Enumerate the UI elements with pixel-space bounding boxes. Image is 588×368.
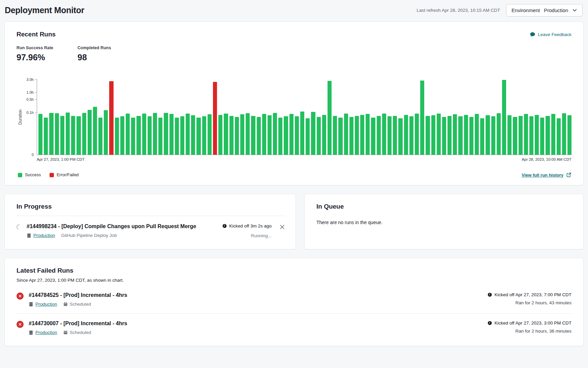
chart-bar-success[interactable] <box>180 116 184 155</box>
chart-bar-success[interactable] <box>196 118 200 155</box>
chart-bar-success[interactable] <box>71 116 75 155</box>
chart-bar-success[interactable] <box>82 113 86 155</box>
chart-bar-success[interactable] <box>306 118 310 155</box>
chart-bar-success[interactable] <box>551 114 555 155</box>
chart-bar-success[interactable] <box>557 118 561 155</box>
environment-link[interactable]: Production <box>35 302 57 307</box>
leave-feedback-link[interactable]: Leave Feedback <box>530 32 571 37</box>
chart-bar-success[interactable] <box>142 114 146 155</box>
chart-bar-success[interactable] <box>393 116 397 155</box>
chart-bar-failed[interactable] <box>109 81 113 155</box>
chart-bar-success[interactable] <box>535 115 539 155</box>
chart-bar-success[interactable] <box>491 116 495 155</box>
chart-bar-success[interactable] <box>169 114 174 155</box>
chart-bar-success[interactable] <box>486 115 490 155</box>
chart-bar-success[interactable] <box>311 112 315 155</box>
chart-bar-success[interactable] <box>349 117 353 155</box>
chart-bar-success[interactable] <box>464 115 468 155</box>
chart-bar-success[interactable] <box>115 118 119 155</box>
chart-bar-success[interactable] <box>546 116 550 155</box>
chart-bar-success[interactable] <box>377 116 381 155</box>
chart-bar-success[interactable] <box>202 116 206 155</box>
chart-bar-success[interactable] <box>262 114 266 155</box>
chart-bar-success[interactable] <box>519 116 523 155</box>
chart-bar-success[interactable] <box>344 114 348 155</box>
chart-bar-success[interactable] <box>540 118 544 155</box>
chart-bar-success[interactable] <box>480 118 484 155</box>
chart-bar-success[interactable] <box>55 113 59 155</box>
chart-bar-success[interactable] <box>246 113 250 155</box>
chart-bar-success[interactable] <box>338 118 342 155</box>
chart-bar-success[interactable] <box>388 116 392 155</box>
view-full-run-history-link[interactable]: View full run history <box>522 172 571 178</box>
chart-bar-success[interactable] <box>44 118 48 155</box>
chart-bar-success[interactable] <box>562 113 566 155</box>
chart-bar-success[interactable] <box>153 113 157 155</box>
chart-bar-success[interactable] <box>240 114 244 155</box>
chart-bar-success[interactable] <box>355 116 359 155</box>
chart-bar-success[interactable] <box>131 118 135 155</box>
chart-bar-success[interactable] <box>437 114 441 155</box>
chart-bar-success[interactable] <box>453 114 457 155</box>
chart-bar-success[interactable] <box>382 114 386 155</box>
chart-bar-success[interactable] <box>136 116 141 155</box>
chart-bar-success[interactable] <box>224 114 228 155</box>
chart-bar-success[interactable] <box>76 116 81 155</box>
chart-bar-success[interactable] <box>426 116 430 155</box>
chart-bar-success[interactable] <box>104 110 108 155</box>
chart-bar-success[interactable] <box>268 115 272 155</box>
chart-bar-success[interactable] <box>431 115 435 155</box>
chart-bar-success[interactable] <box>289 114 293 155</box>
chart-bar-success[interactable] <box>447 116 452 155</box>
chart-bar-success[interactable] <box>66 113 70 155</box>
chart-bar-success[interactable] <box>208 114 212 155</box>
chart-bar-success[interactable] <box>360 115 364 155</box>
chart-bar-success[interactable] <box>251 116 255 155</box>
chart-bar-success[interactable] <box>229 116 234 155</box>
chart-bar-success[interactable] <box>49 113 53 155</box>
environment-link[interactable]: Production <box>33 233 55 238</box>
chart-bar-success[interactable] <box>497 113 501 155</box>
chart-bar-success[interactable] <box>502 80 506 155</box>
environment-dropdown[interactable]: Environment Production <box>506 4 583 17</box>
chart-bar-success[interactable] <box>567 115 571 155</box>
chart-bar-success[interactable] <box>415 114 419 155</box>
chart-bar-success[interactable] <box>88 110 92 155</box>
chart-bar-success[interactable] <box>371 118 375 155</box>
chart-bar-success[interactable] <box>295 116 299 155</box>
chart-bar-success[interactable] <box>366 114 370 155</box>
chart-bar-failed[interactable] <box>213 82 217 155</box>
chart-bar-success[interactable] <box>442 117 446 155</box>
chart-bar-success[interactable] <box>513 117 517 155</box>
chart-bar-success[interactable] <box>273 113 277 155</box>
chart-bar-success[interactable] <box>404 115 408 155</box>
chart-bar-success[interactable] <box>529 116 533 155</box>
chart-bar-success[interactable] <box>524 114 528 155</box>
chart-bar-success[interactable] <box>284 116 288 155</box>
chart-bar-success[interactable] <box>158 118 162 155</box>
chart-bar-success[interactable] <box>507 115 512 155</box>
chart-bar-success[interactable] <box>218 115 222 155</box>
chart-bar-success[interactable] <box>328 81 332 155</box>
chart-bar-success[interactable] <box>469 117 473 155</box>
environment-link[interactable]: Production <box>35 330 57 335</box>
close-icon[interactable] <box>279 224 285 232</box>
chart-bar-success[interactable] <box>317 117 321 155</box>
chart-bar-success[interactable] <box>164 113 168 155</box>
chart-bar-success[interactable] <box>186 114 190 155</box>
chart-bar-success[interactable] <box>126 114 130 155</box>
chart-bar-success[interactable] <box>93 107 97 155</box>
chart-bar-success[interactable] <box>60 116 64 155</box>
chart-bar-success[interactable] <box>175 118 179 155</box>
chart-bar-success[interactable] <box>420 81 424 155</box>
chart-bar-success[interactable] <box>398 118 402 155</box>
chart-bar-success[interactable] <box>148 116 152 155</box>
chart-bar-success[interactable] <box>409 116 413 155</box>
chart-bar-success[interactable] <box>458 116 462 155</box>
chart-bar-success[interactable] <box>278 118 282 155</box>
chart-bar-success[interactable] <box>235 117 239 155</box>
chart-bar-success[interactable] <box>333 116 337 155</box>
chart-bar-success[interactable] <box>257 117 261 155</box>
chart-bar-success[interactable] <box>300 112 304 155</box>
chart-bar-success[interactable] <box>475 114 479 155</box>
